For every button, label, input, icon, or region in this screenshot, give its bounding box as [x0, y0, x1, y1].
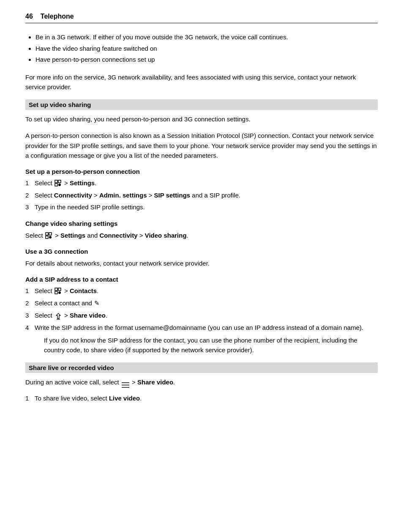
setup-video-para2: A person-to-person connection is also kn… [25, 131, 378, 160]
section-heading-setup-video: Set up video sharing [25, 99, 378, 110]
page-title: Telephone [41, 13, 74, 20]
svg-rect-10 [55, 291, 57, 294]
intro-para: For more info on the service, 3G network… [25, 72, 378, 92]
grid-icon-2 [45, 232, 53, 240]
svg-rect-4 [46, 233, 48, 235]
step-1: 1 Select > Settings. [25, 178, 378, 188]
sub-heading-3g: Use a 3G connection [25, 248, 378, 255]
svg-rect-9 [58, 288, 61, 291]
share-live-step-1: 1 To share live video, select Live video… [25, 394, 378, 403]
svg-marker-12 [56, 313, 60, 318]
share-icon [54, 311, 62, 321]
intro-bullet-list: Be in a 3G network. If either of you mov… [25, 33, 378, 65]
sip-steps: 1 Select > Contacts. 2 Select a contact … [25, 286, 378, 355]
page-container: 46 Telephone Be in a 3G network. If eith… [0, 0, 403, 532]
svg-rect-1 [58, 180, 61, 183]
step1-text-after: > Settings. [64, 179, 96, 186]
grid-icon-3 [54, 288, 62, 295]
section-heading-share-live: Share live or recorded video [25, 362, 378, 373]
sub-heading-sip: Add a SIP address to a contact [25, 276, 378, 283]
svg-rect-2 [55, 184, 57, 186]
step3-text: Type in the needed SIP profile settings. [35, 203, 145, 211]
sip-step-2: 2 Select a contact and ✎ [25, 299, 378, 308]
3g-para: For details about networks, contact your… [25, 258, 378, 268]
person-connection-steps: 1 Select > Settings. 2 Select Connectivi… [25, 178, 378, 212]
setup-video-para1: To set up video sharing, you need person… [25, 114, 378, 124]
bullet-item-1: Be in a 3G network. If either of you mov… [35, 33, 378, 42]
svg-rect-0 [55, 180, 57, 183]
sub-heading-change-video: Change video sharing settings [25, 220, 378, 227]
svg-point-3 [58, 184, 61, 186]
svg-point-7 [49, 236, 52, 239]
sip-note: If you do not know the SIP address for t… [44, 335, 378, 355]
share-live-steps: 1 To share live video, select Live video… [25, 394, 378, 403]
sip-step-4: 4 Write the SIP address in the format us… [25, 323, 378, 355]
sip-step-1: 1 Select > Contacts. [25, 286, 378, 296]
page-header: 46 Telephone [25, 13, 378, 23]
sub-heading-person-connection: Set up a person-to-person connection [25, 168, 378, 175]
menu-icon [121, 380, 130, 386]
bullet-item-3: Have person-to-person connections set up [35, 55, 378, 65]
step1-text-before: Select [35, 179, 54, 186]
sip-step-3: 3 Select > Share video. [25, 311, 378, 321]
change-video-para: Select > Settings and Connectivity > Vid… [25, 230, 378, 240]
svg-rect-6 [46, 236, 48, 239]
svg-point-11 [58, 291, 61, 294]
share-live-intro: During an active voice call, select > Sh… [25, 377, 378, 387]
pencil-icon: ✎ [94, 299, 100, 308]
step-3: 3 Type in the needed SIP profile setting… [25, 203, 378, 212]
svg-rect-5 [49, 233, 52, 235]
svg-rect-8 [55, 288, 57, 291]
step-2: 2 Select Connectivity > Admin. settings … [25, 191, 378, 200]
grid-icon-1 [54, 180, 62, 187]
bullet-item-2: Have the video sharing feature switched … [35, 44, 378, 54]
page-number: 46 [25, 13, 33, 20]
